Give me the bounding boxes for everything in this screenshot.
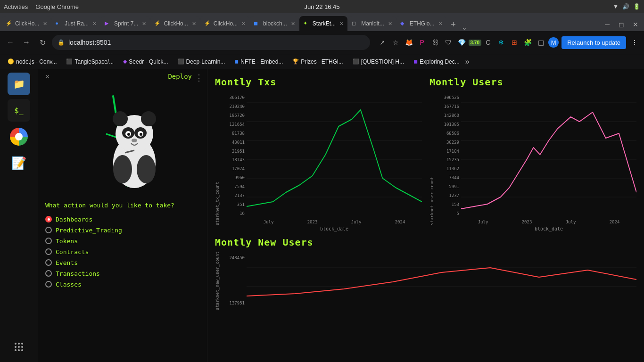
tab-3-close[interactable]: ✕ <box>142 21 146 27</box>
bookmark-nfte[interactable]: ◼ NFTE - Embed... <box>231 57 287 67</box>
reload-button[interactable]: ↻ <box>36 36 49 49</box>
tab-9[interactable]: ◆ ETHGlo... ✕ <box>396 16 446 31</box>
tab-6-title: blockch... <box>263 20 287 27</box>
sidebar-chrome-icon[interactable] <box>8 125 30 148</box>
monthly-new-users-y-label: starknet_new_user_count <box>215 254 220 310</box>
bookmark-tangle[interactable]: ⬛ TangleSpace/... <box>62 57 117 67</box>
svg-point-22 <box>113 155 132 183</box>
radio-predictive-label: Predictive_Trading <box>56 227 122 234</box>
panel-menu-icon[interactable]: ⋮ <box>195 73 203 83</box>
forward-button[interactable]: → <box>20 36 33 49</box>
close-panel-icon[interactable]: × <box>45 73 50 81</box>
radio-classes[interactable]: Classes <box>45 281 199 288</box>
tab-8[interactable]: ◻ Manidit... ✕ <box>348 16 396 31</box>
tab-6[interactable]: ◼ blockch... ✕ <box>250 16 299 31</box>
bookmarks-more-icon[interactable]: » <box>465 58 470 66</box>
tab-8-close[interactable]: ✕ <box>388 21 392 27</box>
tab-7[interactable]: ✦ StarkEt... ✕ <box>299 16 347 31</box>
close-button[interactable]: ✕ <box>629 18 642 31</box>
bookmark-deep-label: Deep-Learnin... <box>186 58 225 65</box>
tab-2-close[interactable]: ✕ <box>92 21 97 27</box>
profile-icon[interactable]: M <box>548 37 559 48</box>
bookmark-nodejs-label: node.js - Conv... <box>16 58 57 65</box>
tab-1[interactable]: ⚡ ClickHo... ✕ <box>2 16 51 31</box>
ext-puzzle-icon[interactable]: 🧩 <box>522 37 533 48</box>
ext-grid-icon[interactable]: ⊞ <box>509 37 520 48</box>
monthly-new-users-title: Montly New Users <box>215 237 636 248</box>
ext-p-icon[interactable]: P <box>416 37 428 48</box>
tab-8-favicon: ◻ <box>352 20 358 27</box>
ext-shield-icon[interactable]: 🛡 <box>443 37 454 48</box>
radio-predictive[interactable]: Predictive_Trading <box>45 227 199 234</box>
sidebar-toggle-icon[interactable]: ◫ <box>535 37 546 48</box>
bookmark-exploring[interactable]: ◼ Exploring Dec... <box>410 57 463 67</box>
monthly-users-svg-area: July 2023 July 2024 block_date <box>461 93 636 225</box>
ext-snow-icon[interactable]: ❄ <box>495 37 507 48</box>
bookmark-nodejs-icon: 🟡 <box>8 58 14 65</box>
url-display: localhost:8501 <box>68 39 364 46</box>
tab-3-title: Sprint 7... <box>114 20 138 27</box>
bookmark-seedr[interactable]: ◆ Seedr - Quick... <box>119 57 172 67</box>
sidebar-apps-icon[interactable] <box>8 336 30 358</box>
bookmark-deep[interactable]: ⬛ Deep-Learnin... <box>174 57 229 67</box>
tab-1-title: ClickHo... <box>15 20 39 27</box>
maximize-button[interactable]: ◻ <box>615 18 628 31</box>
tab-2[interactable]: ● Just Ra... ✕ <box>51 16 100 31</box>
monthly-txs-chart: Montly Txs starknet_tx_count 366170 2102… <box>215 76 422 225</box>
bookmark-question[interactable]: ⬛ [QUESTION] H... <box>349 57 408 67</box>
monthly-txs-x-axis: July 2023 July 2024 <box>247 218 422 224</box>
new-tab-button[interactable]: + <box>447 18 460 31</box>
radio-dashboards[interactable]: Dashboards <box>45 216 199 223</box>
ext-chain-icon[interactable]: ⛓ <box>429 37 441 48</box>
question-text: What action would you like to take? <box>45 201 199 210</box>
svg-point-3 <box>15 346 17 348</box>
tab-5-close[interactable]: ✕ <box>241 21 246 27</box>
deploy-button[interactable]: Deploy <box>168 73 192 80</box>
tab-overflow-button[interactable]: ⌄ <box>462 24 467 31</box>
svg-point-8 <box>21 349 23 351</box>
ext-fox-icon[interactable]: 🦊 <box>403 37 414 48</box>
tab-3[interactable]: ▶ Sprint 7... ✕ <box>101 16 150 31</box>
radio-events[interactable]: Events <box>45 259 199 266</box>
radio-contracts[interactable]: Contracts <box>45 248 199 255</box>
tab-9-close[interactable]: ✕ <box>438 21 443 27</box>
omnibox[interactable]: 🔒 localhost:8501 <box>52 35 370 50</box>
tab-7-close[interactable]: ✕ <box>339 21 344 27</box>
tab-4[interactable]: ⚡ ClickHo... ✕ <box>150 16 199 31</box>
minimize-button[interactable]: ─ <box>601 18 614 31</box>
app-name-label: Google Chrome <box>35 3 79 10</box>
share-icon[interactable]: ↗ <box>377 37 388 48</box>
tab-1-close[interactable]: ✕ <box>43 21 47 27</box>
radio-tokens[interactable]: Tokens <box>45 238 199 245</box>
radio-dashboards-label: Dashboards <box>56 216 92 223</box>
monthly-txs-wrapper: starknet_tx_count 366170 210240 185720 1… <box>215 93 422 225</box>
svg-point-14 <box>141 111 156 126</box>
tab-7-favicon: ✦ <box>303 20 310 27</box>
monthly-new-users-y-ticks: 248450 137951 <box>221 254 247 310</box>
bookmark-nodejs[interactable]: 🟡 node.js - Conv... <box>4 57 60 67</box>
relaunch-more-icon[interactable]: ⋮ <box>629 37 640 48</box>
ext-c-icon[interactable]: C <box>482 37 494 48</box>
tab-6-close[interactable]: ✕ <box>291 21 295 27</box>
relaunch-button[interactable]: Relaunch to update <box>561 36 626 49</box>
ext-gem-icon[interactable]: 💎 <box>456 37 467 48</box>
tab-4-close[interactable]: ✕ <box>192 21 196 27</box>
activities-label[interactable]: Activities <box>4 3 28 10</box>
bookmark-prizes[interactable]: 🏆 Prizes · ETHGl... <box>289 57 347 67</box>
back-button[interactable]: ← <box>4 36 17 49</box>
monthly-new-users-chart: Montly New Users starknet_new_user_count… <box>215 237 636 310</box>
tab-5[interactable]: ⚡ ClickHo... ✕ <box>200 16 249 31</box>
sidebar-terminal-icon[interactable]: $_ <box>8 99 30 122</box>
sidebar-vscode-icon[interactable]: 📝 <box>8 152 30 174</box>
ext-badge-icon: 3.70 <box>469 37 480 48</box>
monthly-txs-title: Montly Txs <box>215 76 422 88</box>
monthly-txs-svg-area: July 2023 July 2024 block_date <box>247 93 422 225</box>
datetime-label: Jun 22 16:45 <box>304 3 339 10</box>
tab-4-favicon: ⚡ <box>154 20 161 27</box>
bookmark-star-icon[interactable]: ☆ <box>390 37 401 48</box>
sidebar-files-icon[interactable]: 📁 <box>8 73 30 95</box>
tab-6-favicon: ◼ <box>254 20 260 27</box>
bookmark-deep-icon: ⬛ <box>178 58 184 65</box>
monthly-users-y-label: starknet_user_count <box>429 93 434 225</box>
radio-transactions[interactable]: Transactions <box>45 270 199 277</box>
